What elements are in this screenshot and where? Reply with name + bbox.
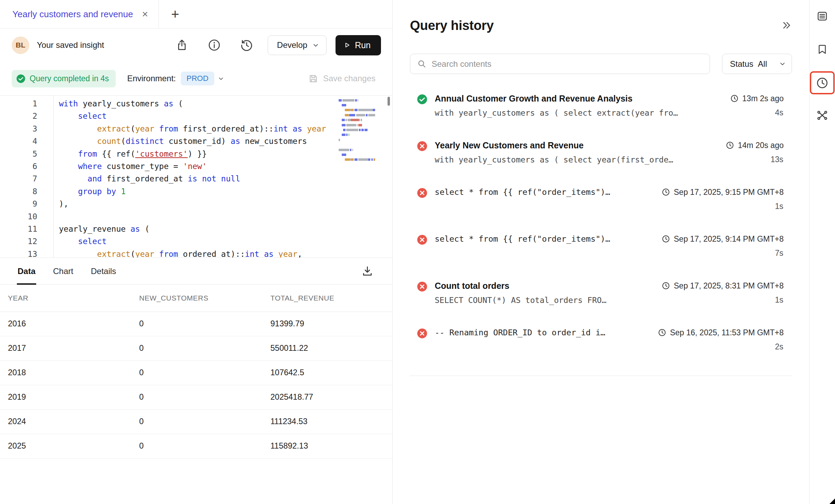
chevron-down-icon <box>779 60 786 67</box>
error-x-icon <box>417 141 427 151</box>
tab-close-icon[interactable]: × <box>142 9 148 19</box>
table-row[interactable]: 20240111234.53 <box>0 409 392 434</box>
tab-details[interactable]: Details <box>91 258 116 284</box>
column-header: NEW_CUSTOMERS <box>139 285 270 312</box>
history-item-title: Annual Customer Growth and Revenue Analy… <box>435 91 720 106</box>
clock-icon <box>662 188 670 196</box>
table-row[interactable]: 20180107642.5 <box>0 360 392 385</box>
error-x-icon <box>417 281 427 292</box>
history-item-time: 13m 2s ago <box>730 91 784 106</box>
query-history-title: Query history <box>410 18 494 33</box>
run-label: Run <box>355 40 371 50</box>
tab-data[interactable]: Data <box>18 258 35 284</box>
table-row[interactable]: 201902025418.77 <box>0 385 392 409</box>
history-item[interactable]: Annual Customer Growth and Revenue Analy… <box>410 91 792 126</box>
history-list: Annual Customer Growth and Revenue Analy… <box>410 91 792 372</box>
save-changes-button[interactable]: Save changes <box>308 73 375 84</box>
chevron-down-icon <box>218 75 224 82</box>
results-table: YEARNEW_CUSTOMERSTOTAL_REVENUE 201609139… <box>0 285 392 459</box>
table-row[interactable]: 20250115892.13 <box>0 434 392 458</box>
editor-pane: Yearly customers and revenue × + BL Your… <box>0 0 393 504</box>
environment-dropdown[interactable] <box>218 75 224 82</box>
clock-icon <box>662 235 670 243</box>
new-tab-button[interactable]: + <box>171 7 179 21</box>
sql-editor[interactable]: 12345678910111213 with yearly_customers … <box>0 95 392 258</box>
status-bar: Query completed in 4s Environment: PROD … <box>0 62 392 95</box>
play-icon <box>343 41 351 49</box>
history-item-title: select * from {{ ref("order_items")… <box>435 232 651 246</box>
results-tab-bar: Data Chart Details <box>0 258 392 285</box>
history-clock-icon <box>816 77 828 89</box>
history-item[interactable]: -- Renaming ORDER_ID to order_id i…Sep 1… <box>410 325 792 360</box>
history-item[interactable]: select * from {{ ref("order_items")…Sep … <box>410 185 792 219</box>
tab-bar: Yearly customers and revenue × + <box>0 0 392 29</box>
error-status-icon <box>410 279 435 313</box>
table-cell: 2017 <box>0 336 139 360</box>
table-cell: 0 <box>139 385 270 409</box>
download-results-button[interactable] <box>361 265 374 277</box>
resize-corner <box>829 498 835 504</box>
clock-icon <box>658 328 666 337</box>
success-check-icon <box>417 94 427 105</box>
info-icon <box>208 39 221 52</box>
table-cell: 2016 <box>0 312 139 336</box>
log-list-icon <box>816 10 828 22</box>
bookmark-button[interactable] <box>816 43 828 55</box>
run-button[interactable]: Run <box>336 35 381 55</box>
status-filter-dropdown[interactable]: Status All <box>722 54 792 74</box>
table-cell: 0 <box>139 360 270 385</box>
table-row[interactable]: 20170550011.22 <box>0 336 392 360</box>
clock-icon <box>662 282 670 290</box>
history-item-title: select * from {{ ref("order_items")… <box>435 185 651 199</box>
develop-label: Develop <box>277 40 307 50</box>
table-row[interactable]: 2016091399.79 <box>0 312 392 336</box>
table-cell: 2025 <box>0 434 139 458</box>
share-icon <box>175 39 188 52</box>
list-divider <box>410 376 792 376</box>
table-cell: 0 <box>139 409 270 434</box>
query-status-text: Query completed in 4s <box>30 74 109 83</box>
clock-icon <box>730 94 739 103</box>
table-cell: 0 <box>139 434 270 458</box>
search-box <box>410 54 710 74</box>
history-item-title: Count total orders <box>435 279 651 293</box>
history-item-time: 14m 20s ago <box>726 138 784 153</box>
history-item-time: Sep 17, 2025, 8:31 PM GMT+8 <box>662 279 784 293</box>
save-icon <box>308 73 319 84</box>
query-history-panel: Query history Status All <box>393 0 809 504</box>
tab-yearly-customers-and-revenue[interactable]: Yearly customers and revenue × <box>0 0 159 28</box>
history-item[interactable]: Count total ordersSELECT COUNT(*) AS tot… <box>410 279 792 313</box>
tab-label: Yearly customers and revenue <box>12 9 133 20</box>
history-item-time: Sep 17, 2025, 9:14 PM GMT+8 <box>662 232 784 246</box>
error-status-icon <box>410 232 435 266</box>
history-item-duration: 7s <box>662 246 784 260</box>
history-item-duration: 1s <box>662 293 784 307</box>
search-input[interactable] <box>432 59 703 69</box>
query-status-pill: Query completed in 4s <box>12 70 116 87</box>
tab-chart[interactable]: Chart <box>53 258 73 284</box>
table-header-row: YEARNEW_CUSTOMERSTOTAL_REVENUE <box>0 285 392 312</box>
collapse-panel-button[interactable] <box>781 20 792 31</box>
table-cell: 0 <box>139 336 270 360</box>
develop-button[interactable]: Develop <box>268 35 327 55</box>
log-list-button[interactable] <box>816 10 828 22</box>
history-item-time: Sep 16, 2025, 11:53 PM GMT+8 <box>658 325 784 340</box>
info-button[interactable] <box>208 39 221 52</box>
avatar: BL <box>12 36 29 54</box>
table-cell: 2025418.77 <box>270 385 392 409</box>
history-item-title: -- Renaming ORDER_ID to order_id i… <box>435 325 648 340</box>
version-history-button[interactable] <box>240 39 253 52</box>
history-item[interactable]: Yearly New Customers and Revenuewith yea… <box>410 138 792 172</box>
table-cell: 115892.13 <box>270 434 392 458</box>
right-icon-rail <box>809 0 835 504</box>
success-status-icon <box>410 91 435 126</box>
history-item[interactable]: select * from {{ ref("order_items")…Sep … <box>410 232 792 266</box>
minimap[interactable] <box>339 98 375 162</box>
environment-badge[interactable]: PROD <box>181 72 215 85</box>
editor-scrollbar[interactable] <box>388 97 390 106</box>
history-item-duration: 4s <box>730 106 784 119</box>
query-history-button[interactable] <box>816 77 828 89</box>
share-button[interactable] <box>175 39 188 52</box>
history-item-snippet: with yearly_customers as ( select extrac… <box>435 106 720 119</box>
lineage-button[interactable] <box>816 109 828 122</box>
